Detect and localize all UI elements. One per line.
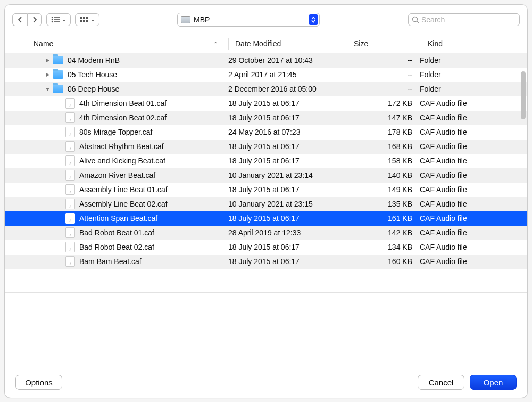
file-row[interactable]: ♪Bad Robot Beat 02.caf18 July 2015 at 06…: [5, 240, 527, 255]
accessory-area: [5, 292, 527, 367]
file-size: 147 KB: [346, 113, 420, 122]
footer: Options Cancel Open: [5, 367, 527, 398]
svg-point-12: [413, 17, 418, 21]
location-text: MBP: [194, 15, 210, 24]
svg-line-13: [417, 21, 419, 23]
open-dialog: ⌄ ⌄ MBP Search Name ⌃: [4, 4, 528, 398]
svg-rect-11: [86, 20, 88, 22]
file-row[interactable]: ♪Abstract Rhythm Beat.caf18 July 2015 at…: [5, 140, 527, 154]
file-size: 178 KB: [346, 128, 420, 136]
file-kind: CAF Audio file: [420, 157, 527, 165]
file-row[interactable]: ♪Bam Bam Beat.caf18 July 2015 at 06:1716…: [5, 255, 527, 269]
file-name: Alive and Kicking Beat.caf: [79, 157, 165, 165]
file-kind: CAF Audio file: [420, 113, 527, 122]
scrollbar[interactable]: [519, 53, 527, 292]
scroll-thumb[interactable]: [521, 71, 526, 119]
file-size: 140 KB: [346, 171, 420, 179]
svg-rect-9: [80, 20, 82, 22]
file-row[interactable]: ♪4th Dimension Beat 02.caf18 July 2015 a…: [5, 111, 527, 125]
updown-arrows-icon: [309, 14, 318, 25]
file-kind: CAF Audio file: [420, 214, 527, 223]
file-date: 10 January 2021 at 23:14: [228, 171, 346, 179]
file-size: --: [346, 56, 420, 64]
search-icon: [412, 16, 419, 23]
group-button[interactable]: ⌄: [75, 13, 99, 26]
audio-file-icon: ♪: [65, 227, 75, 238]
column-header-date[interactable]: Date Modified: [229, 35, 347, 53]
column-header-kind[interactable]: Kind: [421, 35, 527, 53]
search-input[interactable]: Search: [408, 13, 520, 26]
audio-file-icon: ♪: [65, 242, 75, 252]
folder-row[interactable]: 05 Tech House2 April 2017 at 21:45--Fold…: [5, 68, 527, 82]
file-date: 18 July 2015 at 06:17: [228, 257, 346, 266]
open-button[interactable]: Open: [470, 375, 517, 390]
file-kind: CAF Audio file: [420, 171, 527, 179]
back-button[interactable]: [12, 13, 27, 26]
file-kind: CAF Audio file: [420, 185, 527, 194]
file-kind: CAF Audio file: [420, 128, 527, 136]
file-kind: CAF Audio file: [420, 257, 527, 266]
col-date-label: Date Modified: [235, 39, 281, 48]
file-date: 18 July 2015 at 06:17: [228, 113, 346, 122]
file-size: 160 KB: [346, 257, 420, 266]
audio-file-icon: ♪: [65, 170, 75, 181]
column-header-name[interactable]: Name ⌃: [13, 35, 228, 53]
options-button[interactable]: Options: [15, 375, 62, 390]
file-row[interactable]: ♪Assembly Line Beat 01.caf18 July 2015 a…: [5, 183, 527, 197]
file-date: 10 January 2021 at 23:15: [228, 200, 346, 208]
file-size: 172 KB: [346, 99, 420, 108]
svg-rect-8: [86, 17, 88, 19]
folder-icon: [53, 70, 63, 79]
file-name: Attention Span Beat.caf: [79, 214, 157, 223]
file-kind: CAF Audio file: [420, 200, 527, 208]
disclosure-right-icon[interactable]: [42, 58, 53, 63]
svg-rect-6: [80, 17, 82, 19]
audio-file-icon: ♪: [65, 213, 75, 224]
file-row[interactable]: ♪Assembly Line Beat 02.caf10 January 202…: [5, 197, 527, 211]
audio-file-icon: ♪: [65, 127, 75, 137]
file-name: 05 Tech House: [68, 70, 117, 79]
file-row[interactable]: ♪Bad Robot Beat 01.caf28 April 2019 at 1…: [5, 226, 527, 240]
audio-file-icon: ♪: [65, 155, 75, 166]
file-date: 2 December 2016 at 05:00: [228, 85, 346, 93]
column-header-size[interactable]: Size: [347, 35, 421, 53]
file-row[interactable]: ♪Attention Span Beat.caf18 July 2015 at …: [5, 211, 527, 226]
file-kind: CAF Audio file: [420, 228, 527, 237]
audio-file-icon: ♪: [65, 112, 75, 123]
file-row[interactable]: ♪4th Dimension Beat 01.caf18 July 2015 a…: [5, 96, 527, 111]
file-date: 28 April 2019 at 12:33: [228, 228, 346, 237]
folder-icon: [53, 85, 63, 93]
file-row[interactable]: ♪Alive and Kicking Beat.caf18 July 2015 …: [5, 154, 527, 168]
file-name: 04 Modern RnB: [68, 56, 120, 64]
folder-row[interactable]: 04 Modern RnB29 October 2017 at 10:43--F…: [5, 53, 527, 68]
audio-file-icon: ♪: [65, 184, 75, 195]
file-size: 142 KB: [346, 228, 420, 237]
toolbar: ⌄ ⌄ MBP Search: [5, 5, 527, 35]
search-placeholder: Search: [421, 15, 445, 24]
file-row[interactable]: ♪80s Mirage Topper.caf24 May 2016 at 07:…: [5, 125, 527, 140]
disclosure-down-icon[interactable]: [42, 87, 53, 92]
file-date: 18 July 2015 at 06:17: [228, 142, 346, 151]
file-listing: 04 Modern RnB29 October 2017 at 10:43--F…: [5, 53, 527, 292]
file-name: Assembly Line Beat 02.caf: [79, 200, 168, 208]
file-date: 18 July 2015 at 06:17: [228, 185, 346, 194]
file-name: 06 Deep House: [68, 85, 119, 93]
file-kind: Folder: [420, 85, 527, 93]
audio-file-icon: ♪: [65, 256, 75, 267]
folder-row[interactable]: 06 Deep House2 December 2016 at 05:00--F…: [5, 82, 527, 96]
svg-point-2: [51, 19, 53, 20]
disclosure-right-icon[interactable]: [42, 72, 53, 77]
file-size: --: [346, 70, 420, 79]
file-date: 18 July 2015 at 06:17: [228, 99, 346, 108]
file-kind: Folder: [420, 70, 527, 79]
cancel-button[interactable]: Cancel: [418, 375, 464, 390]
file-name: Amazon River Beat.caf: [79, 171, 155, 179]
chevron-down-icon: ⌄: [62, 16, 66, 23]
col-kind-label: Kind: [428, 39, 443, 48]
file-row[interactable]: ♪Amazon River Beat.caf10 January 2021 at…: [5, 168, 527, 183]
location-popup[interactable]: MBP: [177, 13, 320, 27]
file-date: 18 July 2015 at 06:17: [228, 243, 346, 251]
file-date: 24 May 2016 at 07:23: [228, 128, 346, 136]
forward-button[interactable]: [27, 13, 42, 26]
list-view-button[interactable]: ⌄: [46, 13, 71, 26]
